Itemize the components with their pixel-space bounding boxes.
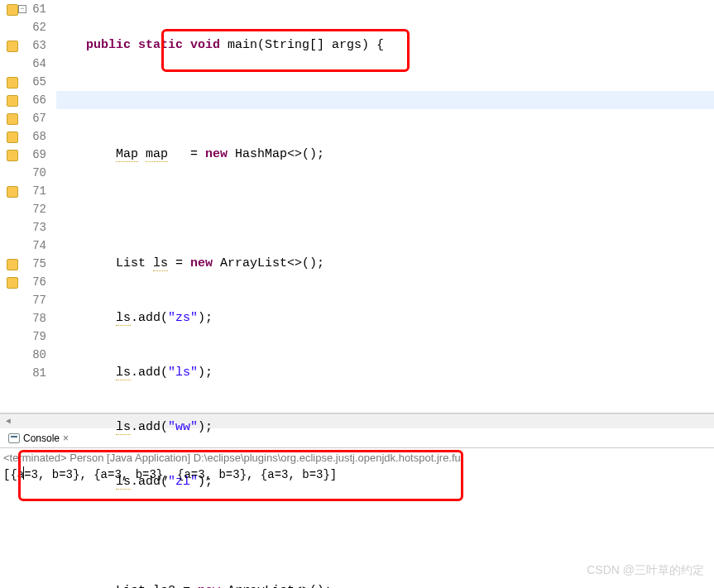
console-output-line: [{a=3, b=3}, {a=3, b=3}, {a=3, b=3}, {a=…	[3, 466, 711, 483]
gutter-line: 70	[0, 164, 46, 182]
warning-icon	[7, 276, 18, 288]
code-editor[interactable]: −61 62 63 64 65 66 67 68 69 70 71 72 73 …	[0, 0, 714, 414]
warning-icon	[7, 185, 18, 197]
gutter-line: 63	[0, 36, 46, 55]
gutter-line: 76	[0, 273, 46, 291]
warning-icon	[7, 3, 18, 15]
gutter-line: 68	[0, 127, 46, 146]
warning-icon	[7, 94, 18, 106]
warning-icon	[7, 149, 18, 160]
warning-icon	[7, 258, 18, 270]
gutter-line: 81	[0, 364, 46, 382]
gutter-line: −61	[0, 0, 46, 18]
console-status: <terminated> Person [Java Application] D…	[3, 450, 711, 466]
gutter-line: 74	[0, 237, 46, 255]
gutter-line: 67	[0, 109, 46, 127]
line-gutter: −61 62 63 64 65 66 67 68 69 70 71 72 73 …	[0, 0, 50, 413]
warning-icon	[7, 131, 18, 142]
gutter-line: 64	[0, 55, 46, 73]
gutter-line: 65	[0, 73, 46, 91]
warning-icon	[7, 112, 18, 124]
console-icon	[8, 433, 20, 443]
scroll-left-icon[interactable]: ◄	[2, 416, 15, 428]
gutter-line: 69	[0, 146, 46, 164]
console-tab-label: Console	[23, 433, 60, 444]
gutter-line: 72	[0, 200, 46, 218]
gutter-line: 73	[0, 218, 46, 237]
text-cursor	[23, 466, 24, 480]
console-output[interactable]: <terminated> Person [Java Application] D…	[0, 448, 714, 485]
gutter-line: 62	[0, 18, 46, 36]
gutter-line: 78	[0, 309, 46, 327]
gutter-line: 79	[0, 327, 46, 346]
gutter-line: 75	[0, 255, 46, 273]
fold-icon[interactable]: −	[18, 5, 26, 13]
code-content[interactable]: public static void main(String[] args) {…	[50, 0, 714, 413]
gutter-line: 66	[0, 91, 46, 109]
warning-icon	[7, 76, 18, 88]
gutter-line: 80	[0, 346, 46, 364]
current-line	[56, 91, 714, 109]
warning-icon	[7, 40, 18, 51]
gutter-line: 71	[0, 182, 46, 200]
gutter-line: 77	[0, 291, 46, 309]
